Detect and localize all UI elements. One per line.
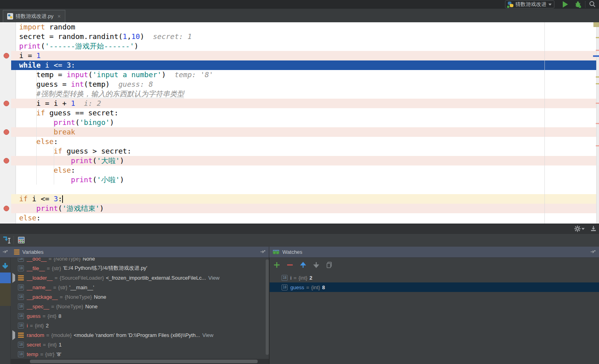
debug-button[interactable] bbox=[574, 1, 581, 8]
error-stripe[interactable] bbox=[593, 22, 599, 224]
code-line[interactable]: temp = input('input a number') temp: '8' bbox=[16, 70, 599, 80]
float-window-icon[interactable] bbox=[260, 249, 266, 254]
stripe-mark[interactable] bbox=[596, 83, 599, 84]
code-text: secret = random.randint(1,10) secret: 1 bbox=[16, 32, 599, 41]
watches-panel[interactable]: 18i={int}218guess={int}8 bbox=[269, 258, 599, 364]
debug-panel-titlebar bbox=[0, 224, 599, 234]
variable-row[interactable]: 18__package__={NoneType}None bbox=[11, 292, 266, 302]
expand-arrow-icon[interactable] bbox=[12, 330, 15, 340]
run-button[interactable] bbox=[563, 1, 568, 8]
stripe-mark[interactable] bbox=[596, 76, 599, 78]
horizontal-scrollbar[interactable] bbox=[11, 359, 269, 364]
dock-pinned-button[interactable] bbox=[590, 226, 597, 232]
code-line[interactable]: guess = int(temp) guess: 8 bbox=[16, 80, 599, 89]
code-line[interactable]: print('------游戏开始------') bbox=[16, 41, 599, 51]
variable-row[interactable]: 18secret={int}1 bbox=[11, 340, 266, 349]
variable-name: __doc__ bbox=[27, 258, 47, 262]
variable-row[interactable]: random={module}<module 'random' from 'D:… bbox=[11, 330, 266, 340]
variable-value: 1 bbox=[59, 342, 61, 348]
variables-panel[interactable]: 18__doc__={NoneType}None18__file__={str}… bbox=[11, 258, 269, 364]
code-editor[interactable]: import randomsecret = random.randint(1,1… bbox=[0, 22, 599, 224]
watch-row[interactable]: 18i={int}2 bbox=[270, 273, 599, 282]
stripe-mark[interactable] bbox=[596, 123, 599, 124]
variable-name: __file__ bbox=[27, 265, 45, 271]
expand-arrow[interactable] bbox=[12, 332, 18, 338]
primitive-variable-icon: 18 bbox=[18, 323, 24, 329]
code-line[interactable]: #强制类型转换，输入的东西默认为字符串类型 bbox=[16, 89, 599, 99]
duplicate-watch-button[interactable] bbox=[326, 262, 333, 268]
variable-row[interactable]: 18__name__={str}'__main__' bbox=[11, 282, 266, 292]
tab-file[interactable]: 猜数游戏改进.py × bbox=[3, 10, 65, 22]
search-everywhere-button[interactable] bbox=[589, 1, 596, 8]
variable-row[interactable]: 18temp={str}'8' bbox=[11, 349, 266, 359]
toolbar-button-group[interactable] bbox=[0, 283, 11, 306]
code-line[interactable]: secret = random.randint(1,10) secret: 1 bbox=[16, 32, 599, 41]
expand-arrow-icon[interactable] bbox=[12, 273, 15, 283]
code-token bbox=[19, 175, 71, 184]
add-watch-button[interactable] bbox=[274, 262, 280, 268]
stripe-mark[interactable] bbox=[596, 103, 599, 104]
expand-arrow[interactable] bbox=[12, 275, 18, 281]
active-toolbar-button[interactable] bbox=[0, 273, 11, 283]
code-line[interactable]: import random bbox=[16, 22, 599, 32]
code-token: '游戏结束' bbox=[62, 204, 100, 212]
inspection-status-indicator[interactable] bbox=[593, 22, 599, 27]
evaluate-expression-button[interactable] bbox=[18, 236, 25, 244]
remove-watch-button[interactable] bbox=[287, 262, 293, 268]
code-token: 3 bbox=[67, 61, 71, 69]
code-token: int bbox=[71, 80, 84, 88]
stripe-mark[interactable] bbox=[593, 55, 599, 57]
code-line[interactable]: if guess == secret: bbox=[16, 108, 599, 118]
watches-panel-header[interactable]: Watches bbox=[269, 247, 599, 258]
close-icon[interactable]: × bbox=[57, 13, 61, 19]
code-line[interactable]: if guess > secret: bbox=[16, 146, 599, 156]
stripe-mark[interactable] bbox=[596, 37, 599, 38]
variable-name: __loader__ bbox=[27, 275, 53, 281]
stripe-mark[interactable] bbox=[596, 50, 599, 51]
equals-sign: = bbox=[40, 351, 43, 357]
scrollbar-thumb[interactable] bbox=[30, 360, 258, 363]
variable-row[interactable]: 18__doc__={NoneType}None bbox=[11, 258, 266, 263]
float-window-icon[interactable] bbox=[2, 249, 8, 254]
variable-type: {int} bbox=[35, 323, 43, 329]
watch-row[interactable]: 18guess={int}8 bbox=[270, 282, 599, 292]
show-execution-point-button[interactable] bbox=[2, 236, 11, 245]
code-line[interactable]: else: bbox=[16, 137, 599, 146]
float-window-icon[interactable] bbox=[590, 249, 596, 254]
code-line[interactable]: print('大啦') bbox=[16, 156, 599, 165]
code-line[interactable]: if i <= 3: bbox=[16, 194, 599, 204]
code-line[interactable]: break bbox=[16, 127, 599, 137]
move-watch-up-button[interactable] bbox=[300, 262, 306, 268]
variable-row[interactable]: 18guess={int}8 bbox=[11, 311, 266, 321]
code-token: secret: 1 bbox=[144, 32, 192, 41]
code-text: while i <= 3: bbox=[16, 60, 599, 70]
step-down-arrow-icon[interactable] bbox=[2, 263, 8, 270]
object-variable-icon bbox=[18, 333, 24, 338]
variable-row[interactable]: 18i={int}2 bbox=[11, 321, 266, 330]
code-line[interactable]: i = 1 bbox=[16, 51, 599, 60]
code-token: ( bbox=[92, 156, 97, 165]
code-line[interactable] bbox=[16, 185, 599, 194]
minus-icon bbox=[287, 262, 293, 268]
variable-row[interactable]: __loader__={SourceFileLoader}<_frozen_im… bbox=[11, 273, 266, 282]
code-line[interactable]: print('游戏结束') bbox=[16, 204, 599, 213]
code-line[interactable]: print('bingo') bbox=[16, 118, 599, 127]
code-line[interactable]: i = i + 1 i: 2 bbox=[16, 99, 599, 108]
move-watch-down-button[interactable] bbox=[313, 262, 319, 268]
variables-panel-header[interactable]: Variables bbox=[11, 247, 269, 258]
run-configuration-select[interactable]: 猜数游戏改进 bbox=[505, 0, 554, 8]
vertical-scrollbar[interactable] bbox=[266, 259, 269, 355]
code-token: #强制类型转换，输入的东西默认为字符串类型 bbox=[36, 90, 184, 98]
code-line[interactable]: else: bbox=[16, 213, 599, 223]
settings-button[interactable] bbox=[574, 226, 585, 232]
view-link[interactable]: View bbox=[202, 332, 213, 338]
code-line[interactable]: else: bbox=[16, 165, 599, 175]
variable-row[interactable]: 18__file__={str}'E:/4 Python/练习/4/猜数游戏改进… bbox=[11, 263, 266, 273]
code-line[interactable]: print('小啦') bbox=[16, 175, 599, 185]
variable-row[interactable]: 18__spec__={NoneType}None bbox=[11, 302, 266, 311]
stripe-mark[interactable] bbox=[596, 145, 599, 146]
code-line[interactable]: while i <= 3: bbox=[16, 60, 599, 70]
code-token: i <= bbox=[28, 195, 54, 203]
view-link[interactable]: View bbox=[208, 275, 219, 281]
code-token: input bbox=[67, 70, 88, 79]
